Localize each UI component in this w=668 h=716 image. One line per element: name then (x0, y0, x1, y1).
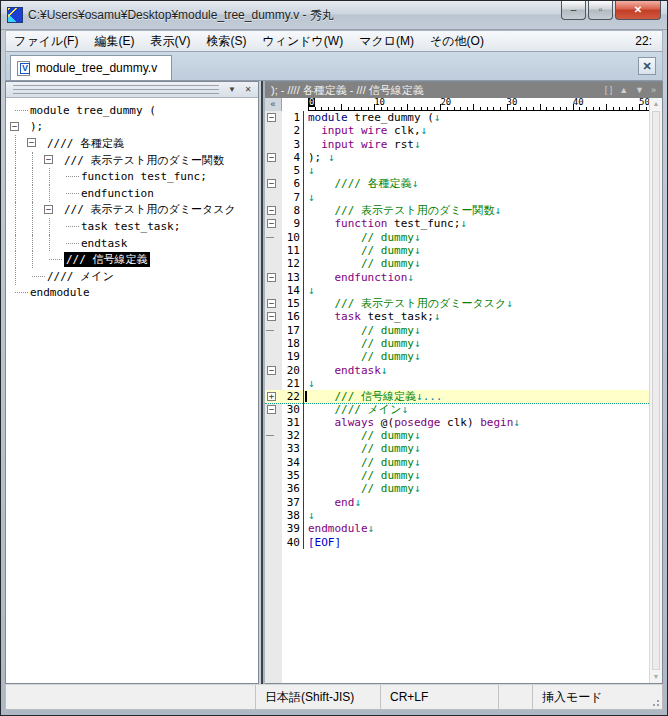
code-line-text[interactable]: ↓ (304, 377, 649, 390)
scrollbar-thumb[interactable] (652, 111, 660, 670)
code-line[interactable]: 34 // dummy↓ (265, 456, 649, 469)
tree-item[interactable]: −); (11, 119, 258, 136)
code-line-text[interactable]: // dummy↓ (304, 257, 649, 270)
title-bar[interactable]: C:¥Users¥osamu¥Desktop¥module_tree_dummy… (1, 1, 667, 30)
maximize-button[interactable]: ▫ (588, 1, 613, 20)
code-line[interactable]: 11 // dummy↓ (265, 244, 649, 257)
fold-collapse-icon[interactable]: − (267, 179, 276, 188)
code-line[interactable]: 35 // dummy↓ (265, 469, 649, 482)
code-line-text[interactable]: ↓ (304, 164, 649, 177)
tree-item[interactable]: module tree_dummy ( (11, 102, 258, 119)
code-line-text[interactable]: //// 各種定義↓ (304, 177, 649, 190)
code-line[interactable]: 38↓ (265, 509, 649, 522)
code-line[interactable]: 33 // dummy↓ (265, 442, 649, 455)
tree-item[interactable]: −/// 表示テスト用のダミー関数 (11, 152, 258, 169)
tree-item[interactable]: endtask (11, 235, 258, 252)
tree-item[interactable]: endmodule (11, 285, 258, 302)
code-line-text[interactable]: // dummy↓ (304, 231, 649, 244)
code-line-text[interactable]: // dummy↓ (304, 482, 649, 495)
status-input-mode[interactable]: 挿入モード (533, 685, 647, 709)
code-line[interactable]: 32 // dummy↓ (265, 429, 649, 442)
outline-close-icon[interactable]: ✕ (241, 84, 255, 96)
tree-item[interactable]: −/// 表示テスト用のダミータスク (11, 202, 258, 219)
code-line-text[interactable]: // dummy↓ (304, 429, 649, 442)
vertical-scrollbar[interactable]: ▲ ▼ (649, 98, 662, 683)
fold-collapse-icon[interactable]: − (267, 312, 276, 321)
fold-collapse-icon[interactable]: − (267, 153, 276, 162)
code-line-text[interactable]: task test_task;↓ (304, 310, 649, 323)
tree-item[interactable]: endfunction (11, 185, 258, 202)
code-line-text[interactable]: module tree_dummy (↓ (304, 111, 649, 124)
code-line-text[interactable]: // dummy↓ (304, 350, 649, 363)
fold-collapse-icon[interactable]: − (267, 366, 276, 375)
code-line[interactable]: −30 //// メイン↓ (265, 403, 649, 416)
code-line[interactable]: −15 /// 表示テスト用のダミータスク↓ (265, 297, 649, 310)
code-line-text[interactable]: ); ↓ (304, 151, 649, 164)
code-line[interactable]: −1module tree_dummy (↓ (265, 111, 649, 124)
code-line[interactable]: 7↓ (265, 191, 649, 204)
tab-close-button[interactable]: ✕ (638, 57, 656, 75)
code-line-text[interactable]: function test_func;↓ (304, 217, 649, 230)
menu-item-6[interactable]: マクロ(M) (351, 31, 422, 52)
code-line[interactable]: 12 // dummy↓ (265, 257, 649, 270)
collapse-minus-icon[interactable]: − (27, 138, 36, 147)
code-line-text[interactable]: // dummy↓ (304, 324, 649, 337)
code-line-text[interactable]: ↓ (304, 191, 649, 204)
tree-expand-box[interactable]: − (49, 152, 62, 169)
menu-item-3[interactable]: 表示(V) (142, 31, 198, 52)
collapse-minus-icon[interactable]: − (10, 122, 19, 131)
code-line[interactable]: 31 always @(posedge clk) begin↓ (265, 416, 649, 429)
code-line-text[interactable]: [EOF] (304, 536, 649, 549)
menu-item-4[interactable]: 検索(S) (198, 31, 254, 52)
code-line-text[interactable]: endtask↓ (304, 364, 649, 377)
code-line-text[interactable]: // dummy↓ (304, 244, 649, 257)
scroll-down-icon[interactable]: ▼ (650, 672, 662, 682)
scroll-down-icon[interactable]: ▼ (635, 82, 644, 98)
chevron-more-icon[interactable]: » (651, 82, 656, 98)
code-area[interactable]: −1module tree_dummy (↓2 input wire clk,↓… (265, 111, 649, 683)
fold-collapse-icon[interactable]: − (267, 219, 276, 228)
tree-expand-box[interactable]: − (15, 119, 28, 136)
code-line[interactable]: −4); ↓ (265, 151, 649, 164)
code-line-text[interactable]: /// 表示テスト用のダミー関数↓ (304, 204, 649, 217)
code-line[interactable]: 37 end↓ (265, 496, 649, 509)
resize-grip[interactable] (647, 685, 662, 709)
status-line-ending[interactable]: CR+LF (381, 685, 499, 709)
code-line[interactable]: 17 // dummy↓ (265, 324, 649, 337)
bracket-jump-icon[interactable]: [ ] (605, 82, 613, 98)
tree-item[interactable]: /// 信号線定義 (11, 251, 258, 268)
menu-item-2[interactable]: 編集(E) (86, 31, 142, 52)
code-line[interactable]: 2 input wire clk,↓ (265, 124, 649, 137)
tree-item[interactable]: −//// 各種定義 (11, 135, 258, 152)
code-line-text[interactable]: ↓ (304, 509, 649, 522)
code-line[interactable]: 36 // dummy↓ (265, 482, 649, 495)
status-encoding[interactable]: 日本語(Shift-JIS) (256, 685, 381, 709)
code-line[interactable]: −9 function test_func;↓ (265, 217, 649, 230)
minimize-button[interactable]: – (561, 1, 586, 20)
panel-grip[interactable] (13, 85, 219, 94)
code-line[interactable]: −8 /// 表示テスト用のダミー関数↓ (265, 204, 649, 217)
menu-item-7[interactable]: その他(O) (422, 31, 492, 52)
code-line-text[interactable]: end↓ (304, 496, 649, 509)
menu-item-5[interactable]: ウィンドウ(W) (254, 31, 351, 52)
code-line[interactable]: −6 //// 各種定義↓ (265, 177, 649, 190)
code-line[interactable]: −13 endfunction↓ (265, 271, 649, 284)
scroll-up-icon[interactable]: ▲ (619, 82, 628, 98)
code-line[interactable]: 18 // dummy↓ (265, 337, 649, 350)
code-line-text[interactable]: // dummy↓ (304, 456, 649, 469)
code-line-text[interactable]: always @(posedge clk) begin↓ (304, 416, 649, 429)
code-line-text[interactable]: input wire rst↓ (304, 138, 649, 151)
ruler-collapse-button[interactable]: « (265, 98, 282, 111)
fold-collapse-icon[interactable]: − (267, 273, 276, 282)
code-line-current[interactable]: +22 /// 信号線定義↓... (265, 390, 649, 403)
code-line-text[interactable]: endfunction↓ (304, 271, 649, 284)
code-line-text[interactable]: //// メイン↓ (304, 403, 649, 416)
fold-collapse-icon[interactable]: − (267, 405, 276, 414)
outline-dropdown-icon[interactable]: ▼ (225, 84, 239, 96)
close-button[interactable]: ✕ (615, 1, 661, 20)
code-line[interactable]: 5↓ (265, 164, 649, 177)
outline-panel-header[interactable]: ▼ ✕ (6, 82, 258, 98)
code-line[interactable]: 10 // dummy↓ (265, 231, 649, 244)
code-line[interactable]: −16 task test_task;↓ (265, 310, 649, 323)
collapse-minus-icon[interactable]: − (44, 155, 53, 164)
